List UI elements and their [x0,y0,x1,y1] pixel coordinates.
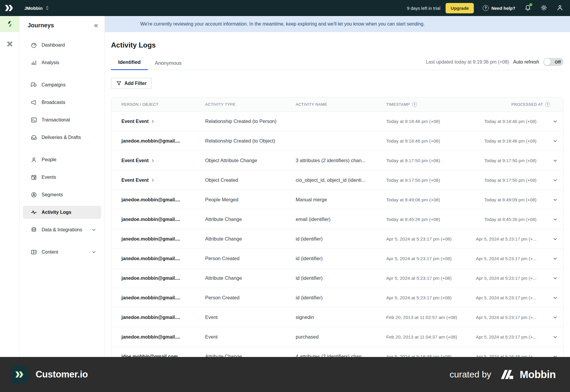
filter-funnel-icon [116,80,122,86]
person-object-link[interactable]: Event Event [121,178,149,183]
transactional-icon [31,117,37,123]
need-help-button[interactable]: ? Need help? [483,5,515,11]
activity-type-cell: Attribute Change [205,236,296,242]
activity-type-cell: Object Created [205,177,296,183]
timestamp-help-icon[interactable]: ? [412,102,417,107]
chevron-down-icon [91,227,97,233]
analysis-icon [31,59,37,66]
expand-row-icon[interactable] [552,197,558,203]
table-body: Event EventRelationship Created (to Pers… [111,112,563,357]
processed-at-cell: Apr 5, 2024 at 5:23:17 pm (+... [463,334,544,339]
table-row[interactable]: Event EventRelationship Created (to Pers… [111,112,563,131]
processed-at-help-icon[interactable]: ? [545,102,550,107]
rail-item-journeys[interactable] [0,16,20,32]
sidebar: Journeys « DashboardAnalysisCampaignsBro… [20,16,105,357]
row-expand-cell [544,138,558,144]
account-button[interactable] [556,4,563,12]
expand-row-icon[interactable] [552,119,558,124]
expand-row-icon[interactable] [552,158,558,163]
sidebar-item-dashboard[interactable]: Dashboard [23,39,101,52]
workspace-switcher[interactable]: JMobbin [24,5,49,11]
person-object-link[interactable]: janedoe.mobbin@gmail.... [121,315,180,320]
sidebar-item-label: Deliveries & Drafts [42,135,97,140]
notifications-button[interactable] [524,4,531,12]
expand-row-icon[interactable] [552,276,558,281]
col-person-object: Person / Object [121,102,205,107]
table-row[interactable]: janedoe.mobbin@gmail....EventpurchasedFe… [111,327,563,347]
expand-row-icon[interactable] [552,178,558,183]
activity-name-cell: signedin [296,314,386,320]
table-row[interactable]: janedoe.mobbin@gmail....Attribute Change… [111,268,563,288]
table-row[interactable]: janedoe.mobbin@gmail....Attribute Change… [111,210,563,229]
person-object-link[interactable]: Event Event [121,158,149,163]
person-object-cell: janedoe.mobbin@gmail.... [121,295,205,301]
sidebar-item-deliveries-drafts[interactable]: Deliveries & Drafts [23,131,101,144]
sidebar-item-events[interactable]: Events [23,171,101,184]
expand-row-icon[interactable] [552,295,558,301]
sidebar-item-label: Activity Logs [42,210,97,215]
table-row[interactable]: janedoe.mobbin@gmail....Person Createdid… [111,249,563,268]
main-area: We're currently reviewing your account i… [105,16,570,357]
table-row[interactable]: janedoe.mobbin@gmail....Relationship Cre… [111,131,563,151]
upgrade-button[interactable]: Upgrade [446,3,474,13]
activity-name-cell: Manual merge [296,197,386,203]
person-object-link[interactable]: janedoe.mobbin@gmail.... [121,236,180,242]
add-filter-button[interactable]: Add Filter [111,78,152,89]
tab-identified[interactable]: Identified [111,56,148,70]
expand-row-icon[interactable] [552,334,558,340]
person-object-link[interactable]: jdoe.mobbin@gmail.com... [121,354,182,357]
processed-at-cell: Apr 5, 2024 at 5:23:17 pm (+... [463,276,544,281]
sidebar-item-broadcasts[interactable]: Broadcasts [23,96,101,109]
expand-row-icon[interactable] [552,138,558,144]
expand-row-icon[interactable] [552,236,558,242]
table-row[interactable]: janedoe.mobbin@gmail....EventsignedinFeb… [111,308,563,327]
row-expand-cell [544,295,558,301]
person-object-link[interactable]: Event Event [121,119,149,124]
settings-button[interactable] [540,4,547,12]
timestamp-cell: Today at 9:18:46 pm (+08) [386,119,463,124]
chevron-right-icon [151,178,155,183]
tab-anonymous[interactable]: Anonymous [148,57,189,70]
person-object-link[interactable]: janedoe.mobbin@gmail.... [121,217,180,222]
sidebar-item-label: Analysis [42,60,97,65]
sidebar-item-label: Dashboard [42,42,97,48]
person-object-link[interactable]: janedoe.mobbin@gmail.... [121,256,180,261]
activity-type-cell: Person Created [205,295,296,301]
table-row[interactable]: janedoe.mobbin@gmail....People MergedMan… [111,190,563,210]
sidebar-item-transactional[interactable]: Transactional [23,113,101,127]
rail-item-workspace-x[interactable] [6,40,13,49]
expand-row-icon[interactable] [552,315,558,320]
expand-row-icon[interactable] [552,256,558,261]
collapse-sidebar-icon[interactable]: « [94,22,98,29]
sidebar-item-segments[interactable]: Segments [23,188,101,201]
sidebar-item-analysis[interactable]: Analysis [23,56,101,69]
activity-name-cell: 4 attributes (2 identifiers) chan... [296,354,386,357]
row-expand-cell [544,354,558,357]
gear-icon [540,4,547,11]
sidebar-item-people[interactable]: People [23,153,101,166]
sidebar-item-data-integrations[interactable]: Data & Integrations [23,223,101,236]
person-object-link[interactable]: janedoe.mobbin@gmail.... [121,276,180,281]
auto-refresh-toggle[interactable]: Off [543,58,563,66]
table-row[interactable]: Event EventObject Attribute Change3 attr… [111,151,563,170]
processed-at-cell: Apr 5, 2024 at 5:23:17 pm (+... [463,256,544,261]
person-object-cell: janedoe.mobbin@gmail.... [121,217,205,222]
processed-at-cell: Today at 8:45:26 pm (+08) [463,217,544,222]
person-object-link[interactable]: janedoe.mobbin@gmail.... [121,138,180,144]
person-object-link[interactable]: janedoe.mobbin@gmail.... [121,334,180,340]
table-row[interactable]: Event EventObject Createdcio_object_id, … [111,170,563,190]
sidebar-item-campaigns[interactable]: Campaigns [23,78,101,91]
table-row[interactable]: janedoe.mobbin@gmail....Attribute Change… [111,229,563,249]
row-expand-cell [544,119,558,124]
activity-type-cell: Person Created [205,256,296,261]
sidebar-item-content[interactable]: Content [23,246,101,259]
sidebar-item-activity-logs[interactable]: Activity Logs [23,206,101,219]
expand-row-icon[interactable] [552,354,558,357]
user-icon [556,4,563,11]
table-row[interactable]: jdoe.mobbin@gmail.com...Attribute Change… [111,347,563,357]
expand-row-icon[interactable] [552,217,558,222]
table-row[interactable]: janedoe.mobbin@gmail....Person Createdid… [111,288,563,308]
person-object-link[interactable]: janedoe.mobbin@gmail.... [121,295,180,301]
activity-name-cell: purchased [296,334,386,340]
person-object-link[interactable]: janedoe.mobbin@gmail.... [121,197,180,203]
